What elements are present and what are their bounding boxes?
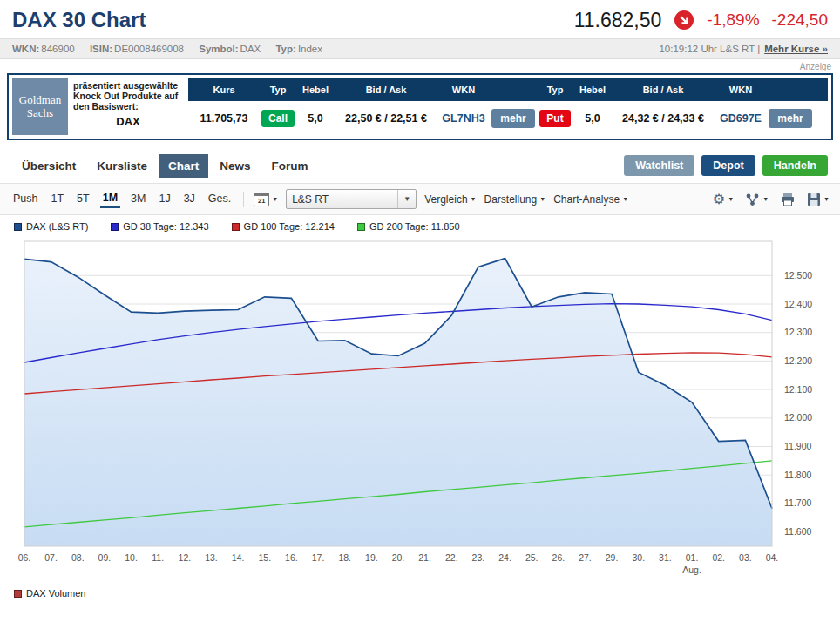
ad-underlying: DAX: [73, 112, 183, 133]
svg-text:15.: 15.: [258, 552, 271, 563]
typ-value: Index: [298, 44, 322, 54]
gd100-legend-marker: [232, 223, 240, 231]
main-tabs: Übersicht Kursliste Chart News Forum Wat…: [0, 152, 840, 179]
quote-block: 11.682,50 -1,89% -224,50: [574, 9, 828, 32]
header: DAX 30 Chart 11.682,50 -1,89% -224,50: [0, 0, 840, 38]
chart-analyse-label: Chart-Analyse: [553, 193, 620, 206]
svg-text:22.: 22.: [445, 552, 458, 563]
col-wkn-put: WKN: [715, 85, 767, 95]
gd200-legend-label: GD 200 Tage: 11.850: [369, 221, 460, 232]
call-bidask: 22,50 € / 22,51 €: [335, 112, 437, 125]
instrument-infobar: WKN:846900 ISIN:DE0008469008 Symbol:DAX …: [0, 38, 840, 59]
svg-text:20.: 20.: [392, 552, 405, 563]
logo-line1: Goldman: [19, 94, 61, 107]
svg-text:14.: 14.: [232, 552, 245, 563]
svg-text:06.: 06.: [18, 552, 31, 563]
chevron-down-icon: ▼: [471, 196, 477, 202]
svg-text:19.: 19.: [365, 552, 378, 563]
vergleich-label: Vergleich: [424, 193, 467, 206]
ad-table-header: Kurs Typ Hebel Bid / Ask WKN Typ Hebel B…: [188, 78, 828, 101]
period-ges[interactable]: Ges.: [206, 191, 234, 207]
price-chart[interactable]: 11.60011.70011.80011.90012.00012.10012.2…: [0, 234, 840, 586]
typ-label: Typ:: [275, 44, 295, 54]
chart-analyse-menu[interactable]: Chart-Analyse▼: [553, 193, 628, 206]
put-hebel: 5,0: [573, 112, 612, 125]
indicators-button[interactable]: ▼: [745, 193, 769, 206]
svg-text:23.: 23.: [472, 552, 485, 563]
page-title: DAX 30 Chart: [12, 8, 146, 32]
svg-text:10.: 10.: [125, 552, 138, 563]
darstellung-menu[interactable]: Darstellung▼: [484, 193, 546, 206]
mehr-kurse-link[interactable]: Mehr Kurse »: [764, 44, 828, 54]
col-hebel-put: Hebel: [573, 85, 612, 95]
svg-text:12.000: 12.000: [784, 412, 812, 423]
isin-label: ISIN:: [90, 44, 112, 54]
gear-icon: ⚙: [713, 193, 725, 206]
tab-news[interactable]: News: [210, 154, 260, 178]
trend-down-icon: [674, 10, 694, 30]
call-wkn-link[interactable]: GL7NH3: [437, 112, 490, 125]
svg-text:11.900: 11.900: [784, 441, 811, 451]
svg-text:21.: 21.: [418, 552, 431, 563]
chevron-down-icon: ▼: [272, 196, 278, 202]
svg-text:01.: 01.: [686, 552, 699, 563]
call-mehr-button[interactable]: mehr: [491, 109, 534, 128]
goldman-sachs-logo: Goldman Sachs: [12, 78, 68, 135]
svg-text:08.: 08.: [71, 552, 85, 563]
period-5t[interactable]: 5T: [74, 191, 92, 207]
depot-button[interactable]: Depot: [701, 155, 755, 176]
svg-text:25.: 25.: [525, 552, 539, 563]
put-mehr-button[interactable]: mehr: [769, 109, 811, 128]
print-button[interactable]: [780, 193, 796, 206]
tab-kursliste[interactable]: Kursliste: [87, 154, 157, 178]
calendar-button[interactable]: 21 ▼: [254, 193, 278, 206]
floppy-disk-icon: [807, 193, 821, 206]
put-wkn-link[interactable]: GD697E: [715, 112, 767, 125]
svg-text:04.: 04.: [766, 552, 779, 563]
col-typ-put: Typ: [537, 85, 573, 95]
period-3m[interactable]: 3M: [128, 191, 148, 207]
svg-text:29.: 29.: [606, 552, 619, 563]
legend-item-gd200: GD 200 Tage: 11.850: [357, 221, 460, 232]
volume-legend-marker: [14, 590, 22, 598]
change-absolute: -224,50: [772, 10, 828, 30]
period-1t[interactable]: 1T: [49, 191, 67, 207]
svg-text:31.: 31.: [659, 552, 672, 563]
chevron-down-icon: ▼: [762, 196, 769, 202]
calendar-icon: 21: [254, 193, 269, 206]
svg-text:09.: 09.: [98, 552, 112, 563]
col-hebel-call: Hebel: [296, 85, 335, 95]
legend-item-gd38: GD 38 Tage: 12.343: [111, 221, 208, 232]
svg-text:03.: 03.: [739, 552, 752, 563]
vergleich-menu[interactable]: Vergleich▼: [424, 193, 476, 206]
calendar-day: 21: [258, 197, 265, 205]
tab-forum[interactable]: Forum: [262, 154, 318, 178]
save-button[interactable]: ▼: [807, 193, 830, 206]
period-1j[interactable]: 1J: [156, 191, 173, 207]
quote-time: 10:19:12 Uhr L&S RT |: [659, 44, 760, 54]
watchlist-button[interactable]: Watchlist: [624, 155, 694, 176]
current-price: 11.682,50: [574, 9, 662, 32]
symbol-value: DAX: [240, 44, 261, 54]
period-push[interactable]: Push: [10, 191, 41, 207]
ad-banner: Goldman Sachs präsentiert ausgewählte Kn…: [7, 73, 833, 140]
tab-uebersicht[interactable]: Übersicht: [12, 154, 85, 178]
settings-button[interactable]: ⚙▼: [713, 193, 734, 206]
ad-underlying-price: 11.705,73: [188, 112, 260, 125]
printer-icon: [780, 193, 796, 206]
anzeige-label: Anzeige: [9, 62, 831, 71]
svg-text:17.: 17.: [312, 552, 325, 563]
feed-select[interactable]: L&S RT ▼: [286, 189, 417, 209]
symbol-label: Symbol:: [199, 44, 238, 54]
period-3j[interactable]: 3J: [181, 191, 198, 207]
tab-chart[interactable]: Chart: [159, 154, 208, 178]
put-bidask: 24,32 € / 24,33 €: [612, 112, 715, 125]
svg-text:27.: 27.: [579, 552, 592, 563]
period-1m[interactable]: 1M: [100, 190, 120, 208]
svg-text:12.100: 12.100: [784, 384, 812, 395]
col-bidask-put: Bid / Ask: [612, 85, 715, 95]
col-typ-call: Typ: [260, 85, 296, 95]
handeln-button[interactable]: Handeln: [762, 155, 828, 176]
svg-text:12.300: 12.300: [784, 327, 812, 337]
dax-legend-label: DAX (L&S RT): [26, 221, 88, 232]
